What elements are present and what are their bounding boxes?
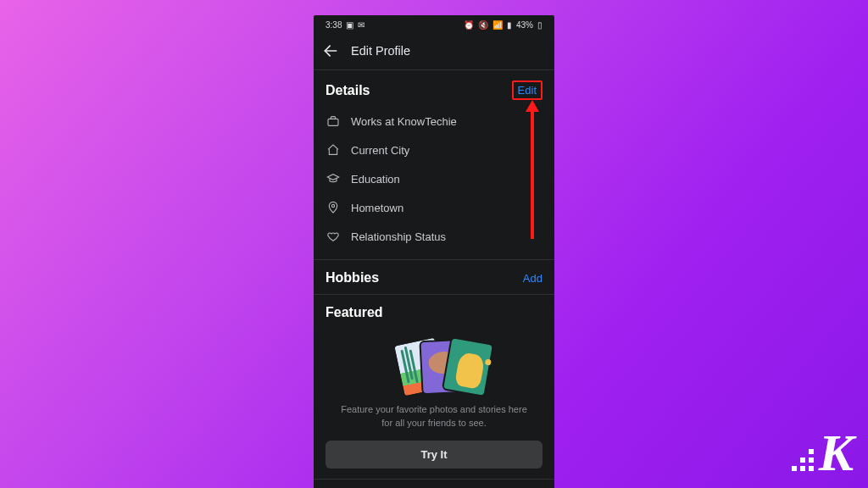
status-notification-icon: ▣ <box>346 20 353 30</box>
featured-caption: Feature your favorite photos and stories… <box>326 403 542 430</box>
svg-point-2 <box>331 204 334 207</box>
phone-frame: 3:38 ▣ ✉ ⏰ 🔇 📶 ▮ 43% ▯ Edit Profile Deta… <box>314 15 554 488</box>
detail-row-hometown[interactable]: Hometown <box>326 193 542 222</box>
status-mail-icon: ✉ <box>358 20 364 30</box>
featured-caption-line2: for all your friends to see. <box>381 418 487 428</box>
status-bar: 3:38 ▣ ✉ ⏰ 🔇 📶 ▮ 43% ▯ <box>314 15 554 34</box>
detail-row-work[interactable]: Works at KnowTechie <box>326 107 542 136</box>
home-icon <box>326 142 341 158</box>
watermark-letter: K <box>819 423 851 483</box>
topbar: Edit Profile <box>314 34 554 70</box>
detail-work-label: Works at KnowTechie <box>351 115 457 128</box>
hearts-icon <box>326 229 341 244</box>
hobbies-title: Hobbies <box>326 270 379 286</box>
featured-cards-illustration <box>326 327 542 403</box>
alarm-icon: ⏰ <box>464 20 474 30</box>
featured-caption-line1: Feature your favorite photos and stories… <box>341 404 527 414</box>
try-it-button[interactable]: Try It <box>326 441 542 469</box>
wifi-icon: 📶 <box>492 20 503 30</box>
watermark-logo: K <box>792 423 851 483</box>
svg-rect-1 <box>328 119 338 125</box>
featured-card-cat-icon <box>442 336 494 397</box>
detail-row-education[interactable]: Education <box>326 164 542 193</box>
signal-icon: ▮ <box>507 20 512 30</box>
detail-relationship-label: Relationship Status <box>351 230 446 243</box>
hobbies-section: Hobbies Add <box>314 260 554 295</box>
battery-percent: 43% <box>516 20 533 30</box>
edit-details-button[interactable]: Edit <box>512 80 542 100</box>
briefcase-icon <box>326 114 341 129</box>
battery-icon: ▯ <box>537 20 542 30</box>
detail-city-label: Current City <box>351 144 409 157</box>
graduation-cap-icon <box>326 171 341 186</box>
detail-education-label: Education <box>351 173 400 186</box>
details-section: Details Edit Works at KnowTechie Current… <box>314 70 554 260</box>
detail-row-city[interactable]: Current City <box>326 136 542 164</box>
mute-icon: 🔇 <box>478 20 488 30</box>
featured-title: Featured <box>326 305 383 320</box>
status-time: 3:38 <box>326 20 342 30</box>
location-pin-icon <box>326 200 341 215</box>
featured-section: Featured Feature your favorite photos an… <box>314 295 554 480</box>
back-arrow-icon[interactable] <box>322 42 339 59</box>
page-title: Edit Profile <box>351 44 410 58</box>
detail-row-relationship[interactable]: Relationship Status <box>326 222 542 251</box>
add-hobbies-button[interactable]: Add <box>523 272 542 285</box>
detail-hometown-label: Hometown <box>351 202 403 214</box>
details-title: Details <box>326 83 370 98</box>
